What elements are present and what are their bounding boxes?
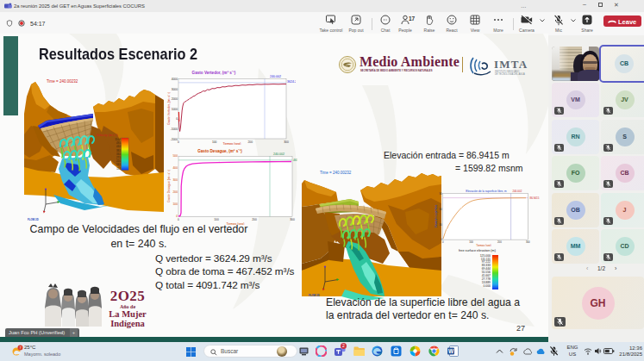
svg-text:400: 400	[172, 166, 178, 170]
svg-text:Tiempo (seg): Tiempo (seg)	[476, 244, 491, 247]
svg-text:4000: 4000	[172, 78, 178, 81]
svg-text:0.000: 0.000	[484, 284, 491, 288]
svg-text:3000: 3000	[172, 88, 178, 91]
svg-text:300: 300	[290, 218, 295, 221]
svg-text:1000: 1000	[172, 108, 178, 111]
svg-text:200: 200	[248, 140, 253, 144]
svg-text:200: 200	[252, 218, 257, 221]
svg-text:Time = 240.00232: Time = 240.00232	[320, 171, 352, 175]
svg-text:FLOW-3D: FLOW-3D	[28, 218, 39, 221]
svg-text:300: 300	[284, 140, 289, 144]
svg-text:100: 100	[172, 202, 178, 206]
svg-text:200: 200	[497, 240, 502, 244]
svg-text:60: 60	[440, 208, 443, 211]
svg-text:38.5: 38.5	[116, 149, 122, 152]
svg-text:Elevación de la superficie lib: Elevación de la superficie libre, m	[466, 190, 507, 193]
svg-text:Tiempo (seg): Tiempo (seg)	[222, 142, 241, 145]
svg-text:2000: 2000	[172, 97, 178, 101]
svg-text:30: 30	[440, 223, 443, 227]
svg-text:500: 500	[172, 154, 178, 158]
svg-text:16.5: 16.5	[116, 163, 122, 166]
svg-text:200: 200	[172, 190, 178, 194]
svg-text:49.5: 49.5	[116, 141, 122, 145]
svg-text:0: 0	[176, 117, 178, 121]
svg-text:27.5: 27.5	[116, 156, 122, 159]
svg-text:3624.29: 3624.29	[287, 80, 296, 84]
svg-text:240.002: 240.002	[273, 152, 284, 156]
svg-text:Velocity (m sˉ¹): Velocity (m sˉ¹)	[97, 134, 119, 137]
svg-text:100: 100	[212, 140, 217, 144]
svg-text:0: 0	[178, 218, 179, 221]
svg-text:Gasto Desague (m³ sˉ¹): Gasto Desague (m³ sˉ¹)	[167, 170, 171, 202]
svg-text:Gasto Vertedor, (m³ sˉ¹): Gasto Vertedor, (m³ sˉ¹)	[167, 92, 171, 125]
svg-text:240.002: 240.002	[513, 190, 522, 193]
svg-text:300: 300	[526, 240, 530, 244]
svg-text:467.452: 467.452	[293, 159, 297, 162]
svg-text:22.0: 22.0	[116, 159, 122, 163]
svg-text:33.0: 33.0	[116, 152, 122, 156]
svg-text:55.04: 55.04	[116, 138, 122, 141]
svg-text:Time = 240.00232: Time = 240.00232	[47, 79, 78, 84]
svg-text:300: 300	[172, 178, 178, 182]
svg-text:-2000: -2000	[171, 138, 178, 141]
svg-text:86.9415: 86.9415	[530, 196, 540, 200]
svg-text:Elevación superficie: Elevación superficie	[435, 204, 438, 227]
svg-text:240.002: 240.002	[270, 75, 281, 78]
svg-text:100: 100	[469, 240, 473, 244]
svg-text:90: 90	[440, 192, 443, 196]
svg-text:44.0: 44.0	[116, 145, 122, 148]
svg-text:FLOW-3D: FLOW-3D	[309, 294, 320, 297]
svg-text:Gasto Vertedor, (m³ sˉ¹): Gasto Vertedor, (m³ sˉ¹)	[192, 71, 236, 75]
svg-text:-1000: -1000	[171, 128, 178, 131]
svg-text:11.0: 11.0	[116, 167, 121, 171]
svg-text:W: W	[448, 348, 454, 354]
svg-text:0: 0	[442, 240, 444, 244]
svg-text:Gasto Desague, (m³ sˉ¹): Gasto Desague, (m³ sˉ¹)	[197, 149, 242, 153]
svg-text:0: 0	[178, 140, 179, 144]
svg-text:100: 100	[214, 218, 219, 221]
svg-text:free surface elevation (m): free surface elevation (m)	[459, 249, 497, 252]
